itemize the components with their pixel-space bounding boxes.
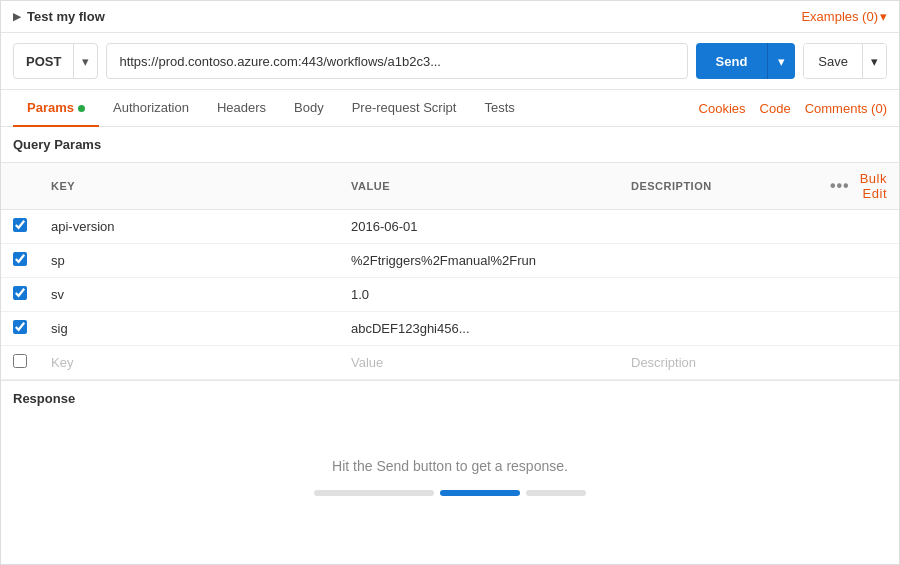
params-active-dot xyxy=(78,105,85,112)
row3-value[interactable]: 1.0 xyxy=(339,278,619,312)
response-empty-message: Hit the Send button to get a response. xyxy=(332,458,568,474)
params-table: KEY VALUE DESCRIPTION ••• Bulk Edit api-… xyxy=(1,162,899,380)
send-dropdown-button[interactable]: ▾ xyxy=(767,43,795,79)
tab-pre-request[interactable]: Pre-request Script xyxy=(338,90,471,127)
examples-chevron-icon: ▾ xyxy=(880,9,887,24)
comments-link[interactable]: Comments (0) xyxy=(805,101,887,116)
progress-bar-area xyxy=(314,490,586,496)
query-params-title: Query Params xyxy=(1,127,899,162)
row4-value[interactable]: abcDEF123ghi456... xyxy=(339,312,619,346)
table-row: api-version 2016-06-01 xyxy=(1,210,899,244)
collapse-arrow-icon[interactable]: ▶ xyxy=(13,11,21,22)
response-empty-state: Hit the Send button to get a response. xyxy=(1,412,899,542)
row3-checkbox[interactable] xyxy=(13,286,27,300)
save-button[interactable]: Save xyxy=(804,44,862,78)
url-input[interactable] xyxy=(106,43,687,79)
top-bar: ▶ Test my flow Examples (0) ▾ xyxy=(1,1,899,33)
row3-description[interactable] xyxy=(619,278,818,312)
save-button-group: Save ▾ xyxy=(803,43,887,79)
placeholder-key[interactable]: Key xyxy=(39,346,339,380)
placeholder-description[interactable]: Description xyxy=(619,346,818,380)
table-row: sig abcDEF123ghi456... xyxy=(1,312,899,346)
send-chevron-icon: ▾ xyxy=(778,54,785,69)
col-header-key: KEY xyxy=(39,163,339,210)
placeholder-checkbox[interactable] xyxy=(13,354,27,368)
code-link[interactable]: Code xyxy=(760,101,791,116)
more-options-button[interactable]: ••• xyxy=(830,177,850,195)
save-chevron-icon: ▾ xyxy=(871,54,878,69)
tab-body[interactable]: Body xyxy=(280,90,338,127)
tabs-left: Params Authorization Headers Body Pre-re… xyxy=(13,90,529,126)
row2-description[interactable] xyxy=(619,244,818,278)
col-header-actions: ••• Bulk Edit xyxy=(818,163,899,210)
row4-checkbox[interactable] xyxy=(13,320,27,334)
tabs-right: Cookies Code Comments (0) xyxy=(699,101,887,116)
placeholder-row: Key Value Description xyxy=(1,346,899,380)
url-bar: POST ▾ Send ▾ Save ▾ xyxy=(1,33,899,90)
response-section: Response xyxy=(1,380,899,412)
tab-authorization[interactable]: Authorization xyxy=(99,90,203,127)
progress-fill xyxy=(440,490,520,496)
tab-headers[interactable]: Headers xyxy=(203,90,280,127)
row2-key[interactable]: sp xyxy=(39,244,339,278)
save-dropdown-button[interactable]: ▾ xyxy=(862,44,886,78)
row2-checkbox[interactable] xyxy=(13,252,27,266)
tabs-bar: Params Authorization Headers Body Pre-re… xyxy=(1,90,899,127)
row1-description[interactable] xyxy=(619,210,818,244)
send-button[interactable]: Send xyxy=(696,43,768,79)
send-button-group: Send ▾ xyxy=(696,43,796,79)
flow-title-area: ▶ Test my flow xyxy=(13,9,105,24)
table-row: sv 1.0 xyxy=(1,278,899,312)
examples-button[interactable]: Examples (0) ▾ xyxy=(801,9,887,24)
tab-tests[interactable]: Tests xyxy=(470,90,528,127)
method-selector[interactable]: POST ▾ xyxy=(13,43,98,79)
row3-key[interactable]: sv xyxy=(39,278,339,312)
progress-track-left xyxy=(314,490,434,496)
col-header-description: DESCRIPTION xyxy=(619,163,818,210)
tab-params[interactable]: Params xyxy=(13,90,99,127)
progress-track-right xyxy=(526,490,586,496)
method-label: POST xyxy=(14,54,73,69)
flow-title: Test my flow xyxy=(27,9,105,24)
row1-value[interactable]: 2016-06-01 xyxy=(339,210,619,244)
row2-value[interactable]: %2Ftriggers%2Fmanual%2Frun xyxy=(339,244,619,278)
row1-key[interactable]: api-version xyxy=(39,210,339,244)
row1-checkbox[interactable] xyxy=(13,218,27,232)
response-title: Response xyxy=(13,391,75,406)
col-header-value: VALUE xyxy=(339,163,619,210)
row4-description[interactable] xyxy=(619,312,818,346)
bulk-edit-button[interactable]: Bulk Edit xyxy=(860,171,887,201)
method-dropdown-arrow[interactable]: ▾ xyxy=(73,44,97,78)
table-row: sp %2Ftriggers%2Fmanual%2Frun xyxy=(1,244,899,278)
cookies-link[interactable]: Cookies xyxy=(699,101,746,116)
row4-key[interactable]: sig xyxy=(39,312,339,346)
placeholder-value[interactable]: Value xyxy=(339,346,619,380)
